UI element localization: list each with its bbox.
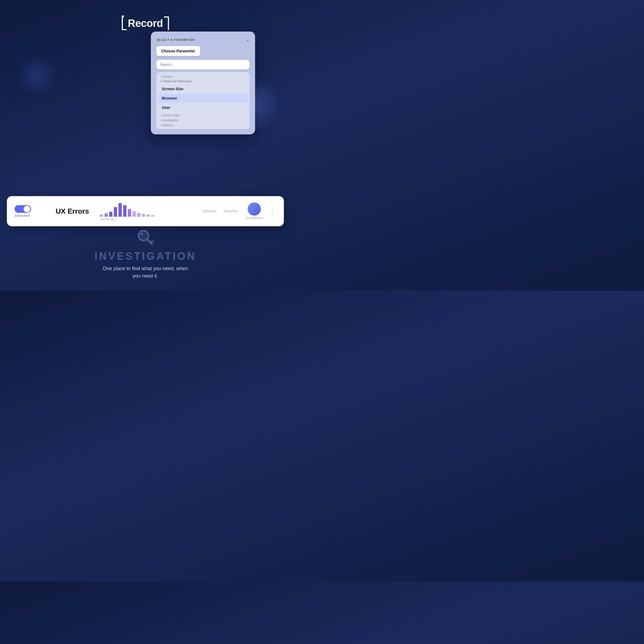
choose-parameter-button[interactable]: Choose Parameter — [156, 46, 200, 56]
chart-area: Last 30 days. — [100, 202, 197, 221]
bar-item — [137, 213, 140, 217]
bar-item — [114, 207, 117, 217]
subscribed-label: Subscribed — [15, 214, 30, 217]
logo-bracket-left — [122, 16, 127, 30]
bar-item — [123, 205, 126, 217]
bar-chart — [100, 202, 154, 217]
ux-errors-card: Subscribed UX Errors Last 30 days. Sessi… — [7, 196, 284, 226]
domain-group-header[interactable]: Domain — [156, 74, 250, 79]
bar-item — [132, 211, 136, 217]
screen-size-item[interactable]: Screen Size — [158, 84, 248, 93]
chart-label: Last 30 days. — [100, 218, 116, 221]
logo-bracket-right — [164, 16, 169, 30]
unwatched-label: Un watched — [246, 216, 263, 220]
custom-data-header[interactable]: Custom Data — [156, 112, 250, 117]
stats-area: Sessions Record's Un watched — [203, 202, 263, 220]
investigation-section: INVESTIGATION One place to find what you… — [0, 228, 291, 280]
logo-bracket-left-wrapper — [122, 16, 128, 30]
records-stat: Record's — [225, 209, 238, 213]
dropdown-header: SELECT A PARAMETER ⌄ — [156, 37, 250, 42]
investigation-title: INVESTIGATION — [0, 250, 291, 262]
chevron-down-icon[interactable]: ⌄ — [246, 37, 250, 42]
logo-area: Record — [122, 16, 169, 30]
avatar — [248, 202, 261, 216]
bar-item — [118, 203, 122, 217]
subscribed-toggle[interactable] — [15, 205, 31, 213]
toggle-knob — [24, 206, 30, 212]
investigation-icon-row — [0, 228, 291, 247]
bar-item — [142, 214, 145, 217]
user-item[interactable]: User — [158, 103, 248, 112]
dropdown-panel: SELECT A PARAMETER ⌄ Choose Parameter Do… — [151, 32, 255, 134]
card-title: UX Errors — [56, 207, 89, 216]
bar-item — [100, 214, 103, 217]
glow-blob-left — [16, 55, 58, 96]
magnifier-icon — [136, 228, 155, 247]
investigation-subtitle-line1: One place to find what you need, when yo… — [0, 265, 291, 280]
bar-item — [104, 213, 108, 217]
dropdown-list: Domain Additional Information Screen Siz… — [156, 72, 250, 129]
bar-item — [146, 214, 150, 217]
search-input[interactable] — [156, 60, 250, 69]
sessions-label: Sessions — [203, 209, 216, 213]
bar-item — [128, 209, 131, 217]
additional-info-subgroup[interactable]: Additional Information — [156, 79, 250, 84]
analytics-header[interactable]: Analytics — [156, 122, 250, 127]
dropdown-label: SELECT A PARAMETER — [156, 38, 195, 41]
unwatched-stat: Un watched — [246, 202, 263, 220]
bar-item — [109, 212, 112, 217]
logo-text: Record — [128, 18, 163, 29]
investigation-header[interactable]: Investigation — [156, 117, 250, 122]
bar-item — [151, 215, 154, 217]
more-options-button[interactable]: ⋮ — [269, 207, 276, 216]
browser-item[interactable]: Browser — [158, 94, 248, 103]
svg-point-1 — [140, 232, 147, 239]
sessions-stat: Sessions — [203, 209, 216, 213]
toggle-area: Subscribed — [15, 205, 50, 217]
svg-point-3 — [141, 233, 143, 235]
records-label: Record's — [225, 209, 238, 213]
